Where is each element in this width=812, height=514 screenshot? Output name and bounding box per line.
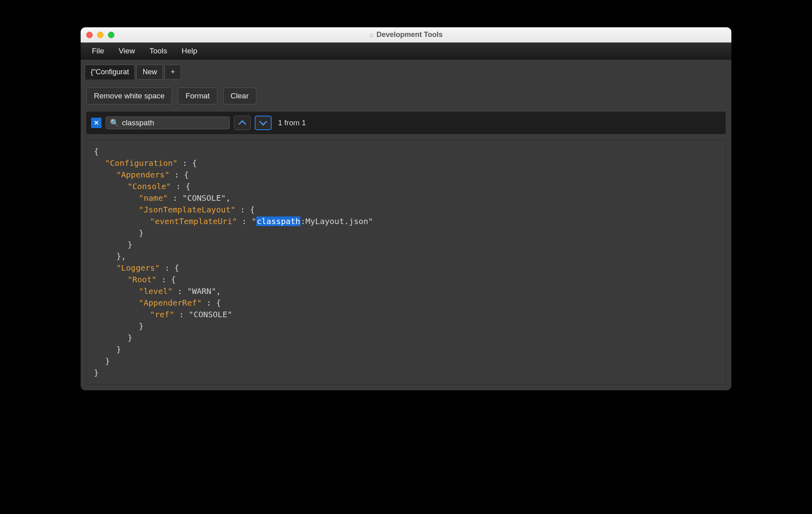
search-result-count: 1 from 1: [278, 118, 306, 127]
remove-whitespace-button[interactable]: Remove white space: [86, 88, 172, 104]
tabbar: {"Configurat New +: [81, 59, 731, 80]
tab-new[interactable]: New: [136, 65, 163, 80]
menu-view[interactable]: View: [112, 43, 142, 59]
toolbar: Remove white space Format Clear: [81, 80, 731, 112]
code-line: "JsonTemplateLayout" : {: [94, 204, 718, 216]
search-icon: 🔍: [110, 118, 119, 127]
search-prev-button[interactable]: [234, 116, 251, 130]
close-search-button[interactable]: ✕: [91, 118, 102, 128]
code-line: }: [94, 239, 718, 251]
titlebar: ⌂ Development Tools: [81, 27, 731, 43]
code-line: "ref" : "CONSOLE": [94, 309, 718, 320]
clear-button[interactable]: Clear: [223, 88, 256, 104]
searchbar: ✕ 🔍 1 from 1: [86, 112, 726, 134]
format-button[interactable]: Format: [178, 88, 217, 104]
code-line: "Root" : {: [94, 274, 718, 286]
search-input-container: 🔍: [106, 116, 230, 129]
code-line: }: [94, 227, 718, 239]
code-line: "Loggers" : {: [94, 262, 718, 274]
search-input[interactable]: [122, 118, 225, 127]
window-title-text: Development Tools: [376, 31, 443, 39]
code-line: }: [94, 367, 718, 379]
close-window-button[interactable]: [86, 32, 93, 38]
code-line: "Configuration" : {: [94, 157, 718, 169]
menubar: File View Tools Help: [81, 43, 731, 59]
maximize-window-button[interactable]: [108, 32, 114, 38]
code-line: }: [94, 344, 718, 355]
code-line: "Console" : {: [94, 181, 718, 192]
code-line: }: [94, 332, 718, 344]
chevron-up-icon: [238, 120, 246, 128]
window-title: ⌂ Development Tools: [81, 31, 731, 39]
tab-configurat[interactable]: {"Configurat: [85, 65, 135, 80]
code-line: },: [94, 251, 718, 262]
minimize-window-button[interactable]: [97, 32, 104, 38]
app-window: ⌂ Development Tools File View Tools Help…: [81, 27, 731, 390]
code-line: }: [94, 320, 718, 332]
code-line: {: [94, 146, 718, 157]
code-line: "level" : "WARN",: [94, 286, 718, 297]
menu-help[interactable]: Help: [175, 43, 205, 59]
code-line: "name" : "CONSOLE",: [94, 192, 718, 204]
json-editor[interactable]: { "Configuration" : { "Appenders" : { "C…: [86, 140, 726, 385]
search-highlight: classpath: [256, 216, 300, 226]
code-line: "AppenderRef" : {: [94, 297, 718, 309]
code-line: "Appenders" : {: [94, 169, 718, 181]
code-line: "eventTemplateUri" : "classpath:MyLayout…: [94, 216, 718, 227]
menu-tools[interactable]: Tools: [142, 43, 174, 59]
menu-file[interactable]: File: [85, 43, 112, 59]
code-line: }: [94, 355, 718, 367]
app-icon: ⌂: [369, 31, 374, 39]
chevron-down-icon: [259, 118, 267, 126]
search-next-button[interactable]: [255, 116, 272, 130]
tab-add[interactable]: +: [164, 65, 181, 80]
window-controls: [86, 32, 114, 38]
